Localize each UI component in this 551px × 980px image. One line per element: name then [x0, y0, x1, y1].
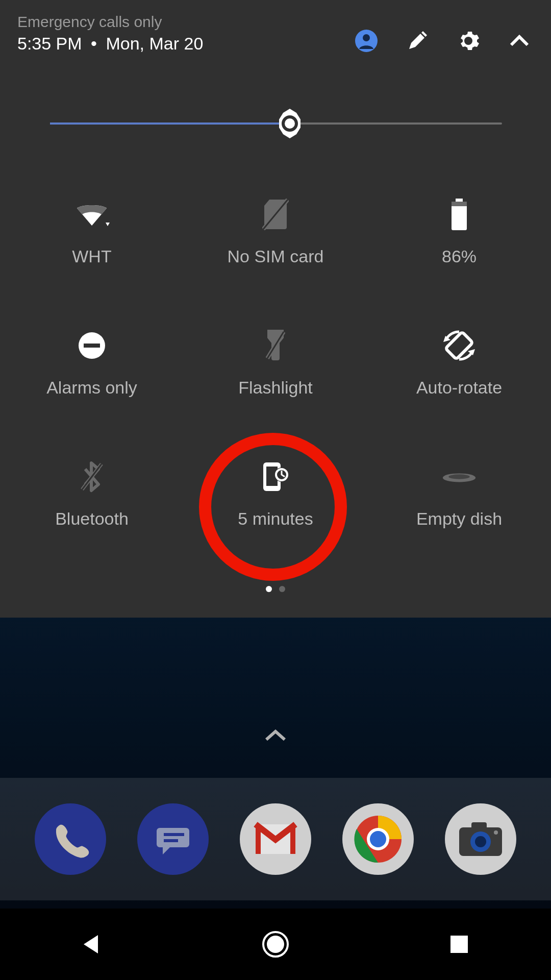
tile-label: Alarms only — [46, 378, 137, 398]
nav-bar — [0, 909, 551, 980]
no-sim-icon — [258, 197, 293, 232]
screen-lock-icon — [258, 459, 293, 495]
tile-label: No SIM card — [228, 247, 324, 266]
svg-point-1 — [363, 34, 370, 41]
svg-marker-4 — [106, 223, 110, 226]
svg-rect-41 — [450, 936, 468, 953]
dnd-icon — [74, 328, 110, 363]
svg-point-37 — [475, 836, 486, 847]
page-dot — [279, 586, 285, 592]
tile-sim[interactable]: No SIM card — [184, 197, 367, 266]
auto-rotate-icon — [441, 328, 477, 363]
nav-recents-button[interactable] — [408, 919, 510, 970]
flashlight-icon — [258, 328, 293, 363]
tile-label: 86% — [442, 247, 477, 266]
tile-bluetooth[interactable]: Bluetooth — [0, 459, 184, 529]
svg-point-25 — [448, 474, 470, 479]
tile-label: Bluetooth — [55, 509, 129, 529]
tile-label: Flashlight — [238, 378, 313, 398]
tile-label: Auto-rotate — [416, 378, 502, 398]
svg-rect-27 — [164, 839, 178, 842]
edit-icon[interactable] — [406, 30, 429, 52]
tile-label: 5 minutes — [238, 509, 313, 529]
dock — [0, 778, 551, 900]
tile-flashlight[interactable]: Flashlight — [184, 328, 367, 398]
brightness-slider[interactable] — [50, 122, 502, 125]
chrome-app[interactable] — [342, 803, 414, 875]
svg-rect-29 — [256, 824, 261, 854]
qs-tiles-grid: WHT No SIM card 86% Alarms only — [0, 197, 551, 529]
settings-icon[interactable] — [457, 30, 480, 52]
messages-app[interactable] — [137, 803, 209, 875]
clock-date[interactable]: 5:35 PM • Mon, Mar 20 — [17, 34, 203, 54]
tile-wifi[interactable]: WHT — [0, 197, 184, 266]
svg-point-33 — [370, 831, 386, 847]
gmail-app[interactable] — [240, 803, 311, 875]
nav-home-button[interactable] — [224, 919, 327, 970]
battery-icon — [441, 197, 477, 232]
emergency-status: Emergency calls only — [17, 13, 203, 31]
collapse-icon[interactable] — [508, 30, 531, 52]
svg-point-38 — [494, 830, 498, 835]
page-dot-active — [266, 586, 272, 592]
qs-header: Emergency calls only 5:35 PM • Mon, Mar … — [0, 0, 551, 54]
tile-screen-timeout[interactable]: 5 minutes — [184, 459, 367, 529]
camera-app[interactable] — [445, 803, 516, 875]
svg-rect-11 — [84, 344, 100, 348]
quick-settings-panel: Emergency calls only 5:35 PM • Mon, Mar … — [0, 0, 551, 618]
tile-auto-rotate[interactable]: Auto-rotate — [367, 328, 551, 398]
tile-custom-dish[interactable]: Empty dish — [367, 459, 551, 529]
app-drawer-handle[interactable] — [0, 727, 551, 743]
svg-rect-30 — [290, 824, 295, 854]
svg-rect-9 — [452, 202, 467, 206]
tile-battery[interactable]: 86% — [367, 197, 551, 266]
page-indicator — [0, 586, 551, 592]
tile-label: WHT — [72, 247, 111, 266]
bluetooth-icon — [74, 459, 110, 495]
svg-rect-35 — [471, 822, 487, 829]
phone-app[interactable] — [35, 803, 106, 875]
user-icon[interactable] — [355, 30, 378, 52]
svg-rect-26 — [164, 833, 184, 836]
svg-point-40 — [267, 936, 284, 953]
nav-back-button[interactable] — [41, 919, 143, 970]
tile-dnd[interactable]: Alarms only — [0, 328, 184, 398]
svg-rect-7 — [456, 199, 463, 202]
wifi-icon — [74, 197, 110, 232]
tile-label: Empty dish — [416, 509, 502, 529]
dish-icon — [441, 459, 477, 495]
